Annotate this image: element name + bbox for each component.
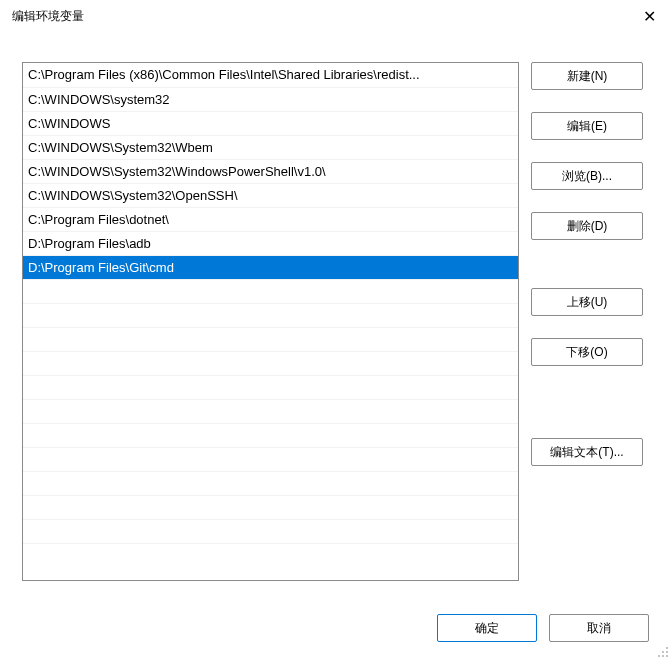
svg-point-1 <box>662 651 664 653</box>
list-item-empty[interactable] <box>23 303 518 327</box>
list-item-empty[interactable] <box>23 399 518 423</box>
list-item[interactable]: C:\WINDOWS\System32\Wbem <box>23 135 518 159</box>
list-item-empty[interactable] <box>23 351 518 375</box>
edit-text-button[interactable]: 编辑文本(T)... <box>531 438 643 466</box>
close-icon[interactable]: ✕ <box>639 6 659 26</box>
list-item[interactable]: D:\Program Files\adb <box>23 231 518 255</box>
svg-point-0 <box>666 647 668 649</box>
path-listbox[interactable]: C:\Program Files (x86)\Common Files\Inte… <box>22 62 519 581</box>
list-item[interactable]: C:\WINDOWS <box>23 111 518 135</box>
dialog-title: 编辑环境变量 <box>12 8 84 25</box>
svg-point-5 <box>666 655 668 657</box>
list-item[interactable]: C:\Program Files (x86)\Common Files\Inte… <box>23 63 518 87</box>
svg-point-2 <box>666 651 668 653</box>
list-item[interactable]: C:\Program Files\dotnet\ <box>23 207 518 231</box>
list-item-empty[interactable] <box>23 279 518 303</box>
list-item-empty[interactable] <box>23 375 518 399</box>
new-button[interactable]: 新建(N) <box>531 62 643 90</box>
list-item[interactable]: C:\WINDOWS\system32 <box>23 87 518 111</box>
list-item[interactable]: D:\Program Files\Git\cmd <box>23 255 518 279</box>
svg-point-3 <box>658 655 660 657</box>
browse-button[interactable]: 浏览(B)... <box>531 162 643 190</box>
delete-button[interactable]: 删除(D) <box>531 212 643 240</box>
list-item-empty[interactable] <box>23 519 518 543</box>
titlebar: 编辑环境变量 ✕ <box>0 0 671 32</box>
list-item-empty[interactable] <box>23 327 518 351</box>
cancel-button[interactable]: 取消 <box>549 614 649 642</box>
side-button-panel: 新建(N) 编辑(E) 浏览(B)... 删除(D) 上移(U) 下移(O) 编… <box>531 62 643 581</box>
list-item-empty[interactable] <box>23 423 518 447</box>
dialog-body: C:\Program Files (x86)\Common Files\Inte… <box>0 32 671 581</box>
list-item-empty[interactable] <box>23 447 518 471</box>
svg-point-4 <box>662 655 664 657</box>
edit-button[interactable]: 编辑(E) <box>531 112 643 140</box>
resize-grip-icon <box>657 646 669 658</box>
dialog-footer: 确定 取消 <box>437 614 649 642</box>
list-item-empty[interactable] <box>23 543 518 567</box>
list-item-empty[interactable] <box>23 495 518 519</box>
list-item[interactable]: C:\WINDOWS\System32\WindowsPowerShell\v1… <box>23 159 518 183</box>
move-down-button[interactable]: 下移(O) <box>531 338 643 366</box>
move-up-button[interactable]: 上移(U) <box>531 288 643 316</box>
list-item-empty[interactable] <box>23 471 518 495</box>
ok-button[interactable]: 确定 <box>437 614 537 642</box>
list-item[interactable]: C:\WINDOWS\System32\OpenSSH\ <box>23 183 518 207</box>
